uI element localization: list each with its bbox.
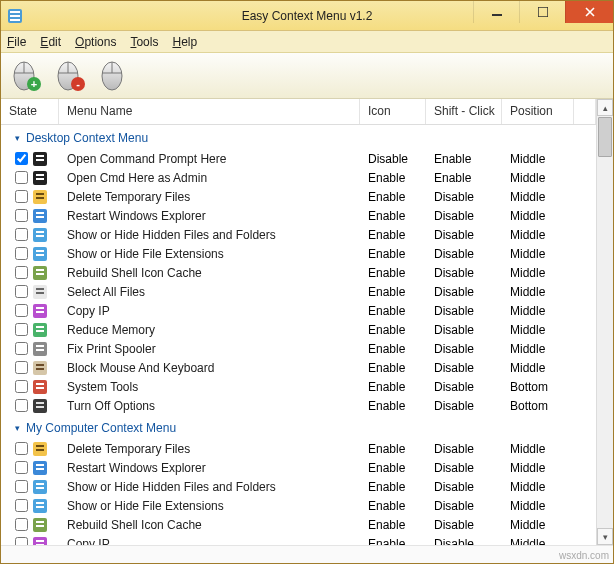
menu-edit[interactable]: Edit bbox=[40, 35, 61, 49]
svg-rect-57 bbox=[36, 387, 44, 389]
svg-rect-68 bbox=[36, 483, 44, 485]
svg-rect-39 bbox=[36, 273, 44, 275]
folder-eye-icon bbox=[32, 227, 48, 243]
row-checkbox[interactable] bbox=[15, 342, 28, 355]
row-name: Show or Hide Hidden Files and Folders bbox=[59, 480, 360, 494]
table-row[interactable]: Rebuild Shell Icon Cache Enable Disable … bbox=[1, 515, 596, 534]
svg-rect-69 bbox=[36, 487, 44, 489]
row-checkbox[interactable] bbox=[15, 247, 28, 260]
column-header-position[interactable]: Position bbox=[502, 99, 574, 124]
table-row[interactable]: Copy IP Enable Disable Middle bbox=[1, 301, 596, 320]
row-checkbox[interactable] bbox=[15, 228, 28, 241]
table-row[interactable]: Reduce Memory Enable Disable Middle bbox=[1, 320, 596, 339]
mouse-remove-icon: - bbox=[53, 59, 87, 93]
row-shift-col: Disable bbox=[426, 518, 502, 532]
table-row[interactable]: Rebuild Shell Icon Cache Enable Disable … bbox=[1, 263, 596, 282]
row-checkbox[interactable] bbox=[15, 461, 28, 474]
row-checkbox[interactable] bbox=[15, 499, 28, 512]
row-checkbox[interactable] bbox=[15, 209, 28, 222]
table-row[interactable]: Restart Windows Explorer Enable Disable … bbox=[1, 206, 596, 225]
column-header-icon[interactable]: Icon bbox=[360, 99, 426, 124]
svg-rect-53 bbox=[36, 364, 44, 366]
row-checkbox[interactable] bbox=[15, 380, 28, 393]
table-row[interactable]: Select All Files Enable Disable Middle bbox=[1, 282, 596, 301]
row-checkbox[interactable] bbox=[15, 361, 28, 374]
row-shift-col: Disable bbox=[426, 442, 502, 456]
row-checkbox[interactable] bbox=[15, 323, 28, 336]
row-checkbox[interactable] bbox=[15, 190, 28, 203]
row-shift-col: Disable bbox=[426, 499, 502, 513]
apply-changes-button[interactable]: + bbox=[9, 59, 43, 93]
close-button[interactable] bbox=[565, 1, 613, 23]
group-header[interactable]: My Computer Context Menu bbox=[1, 415, 596, 439]
menu-options[interactable]: Options bbox=[75, 35, 116, 49]
row-checkbox[interactable] bbox=[15, 152, 28, 165]
row-icon-col: Enable bbox=[360, 247, 426, 261]
table-row[interactable]: Copy IP Enable Disable Middle bbox=[1, 534, 596, 545]
row-checkbox[interactable] bbox=[15, 537, 28, 545]
column-header-state[interactable]: State bbox=[1, 99, 59, 124]
scroll-down-button[interactable]: ▾ bbox=[597, 528, 613, 545]
table-row[interactable]: Turn Off Options Enable Disable Bottom bbox=[1, 396, 596, 415]
row-checkbox[interactable] bbox=[15, 171, 28, 184]
column-header-shift[interactable]: Shift - Click bbox=[426, 99, 502, 124]
row-checkbox[interactable] bbox=[15, 399, 28, 412]
table-row[interactable]: Show or Hide Hidden Files and Folders En… bbox=[1, 477, 596, 496]
row-shift-col: Disable bbox=[426, 190, 502, 204]
table-row[interactable]: Fix Print Spooler Enable Disable Middle bbox=[1, 339, 596, 358]
title-bar[interactable]: Easy Context Menu v1.2 bbox=[1, 1, 613, 31]
row-icon-col: Enable bbox=[360, 361, 426, 375]
svg-rect-20 bbox=[36, 155, 44, 157]
group-header[interactable]: Desktop Context Menu bbox=[1, 125, 596, 149]
row-shift-col: Enable bbox=[426, 171, 502, 185]
svg-rect-71 bbox=[36, 502, 44, 504]
menu-tree[interactable]: State Menu Name Icon Shift - Click Posit… bbox=[1, 99, 596, 545]
cmd-icon bbox=[32, 151, 48, 167]
row-checkbox[interactable] bbox=[15, 285, 28, 298]
table-row[interactable]: Open Cmd Here as Admin Enable Enable Mid… bbox=[1, 168, 596, 187]
brush-icon bbox=[32, 246, 48, 262]
table-row[interactable]: Open Command Prompt Here Disable Enable … bbox=[1, 149, 596, 168]
svg-text:+: + bbox=[31, 78, 37, 90]
scroll-up-button[interactable]: ▴ bbox=[597, 99, 613, 116]
scrollbar-thumb[interactable] bbox=[598, 117, 612, 157]
column-header-name[interactable]: Menu Name bbox=[59, 99, 360, 124]
svg-rect-32 bbox=[36, 231, 44, 233]
svg-rect-3 bbox=[10, 19, 20, 21]
menu-help[interactable]: Help bbox=[172, 35, 197, 49]
row-pos-col: Middle bbox=[502, 480, 574, 494]
row-icon-col: Enable bbox=[360, 518, 426, 532]
svg-rect-51 bbox=[36, 349, 44, 351]
table-row[interactable]: System Tools Enable Disable Bottom bbox=[1, 377, 596, 396]
table-row[interactable]: Block Mouse And Keyboard Enable Disable … bbox=[1, 358, 596, 377]
table-row[interactable]: Show or Hide Hidden Files and Folders En… bbox=[1, 225, 596, 244]
menu-tools[interactable]: Tools bbox=[130, 35, 158, 49]
table-row[interactable]: Restart Windows Explorer Enable Disable … bbox=[1, 458, 596, 477]
uninstall-menu-button[interactable]: - bbox=[53, 59, 87, 93]
minimize-button[interactable] bbox=[473, 1, 519, 23]
table-row[interactable]: Delete Temporary Files Enable Disable Mi… bbox=[1, 439, 596, 458]
row-checkbox[interactable] bbox=[15, 518, 28, 531]
table-row[interactable]: Show or Hide File Extensions Enable Disa… bbox=[1, 496, 596, 515]
svg-rect-72 bbox=[36, 506, 44, 508]
vertical-scrollbar[interactable]: ▴ ▾ bbox=[596, 99, 613, 545]
row-checkbox[interactable] bbox=[15, 304, 28, 317]
svg-rect-4 bbox=[492, 14, 502, 16]
scrollbar-track[interactable] bbox=[597, 158, 613, 528]
tools-icon bbox=[32, 379, 48, 395]
select-all-icon bbox=[32, 284, 48, 300]
row-checkbox[interactable] bbox=[15, 266, 28, 279]
refresh-button[interactable] bbox=[97, 59, 131, 93]
table-row[interactable]: Delete Temporary Files Enable Disable Mi… bbox=[1, 187, 596, 206]
table-row[interactable]: Show or Hide File Extensions Enable Disa… bbox=[1, 244, 596, 263]
maximize-button[interactable] bbox=[519, 1, 565, 23]
row-checkbox[interactable] bbox=[15, 442, 28, 455]
row-shift-col: Disable bbox=[426, 537, 502, 546]
printer-icon bbox=[32, 341, 48, 357]
svg-rect-44 bbox=[36, 307, 44, 309]
row-name: Block Mouse And Keyboard bbox=[59, 361, 360, 375]
menu-file[interactable]: File bbox=[7, 35, 26, 49]
svg-rect-77 bbox=[36, 540, 44, 542]
row-shift-col: Disable bbox=[426, 342, 502, 356]
row-checkbox[interactable] bbox=[15, 480, 28, 493]
